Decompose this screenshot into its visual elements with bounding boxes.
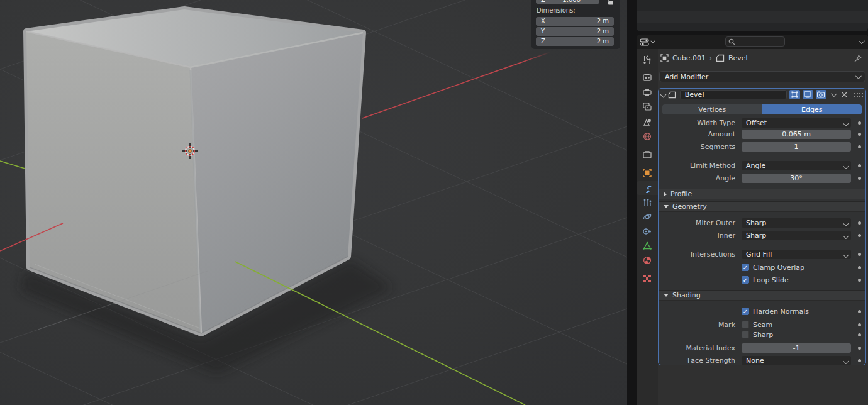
tab-object-data[interactable] — [637, 239, 658, 253]
tab-collection[interactable] — [637, 148, 658, 162]
bevel-modifier-panel: Bevel — [658, 88, 866, 365]
tab-view-layer[interactable] — [637, 100, 658, 114]
3d-viewport[interactable]: Z 1.000 Dimensions: X 2 m Y 2 m Z 2 m — [0, 0, 627, 405]
keyframe-decorator[interactable] — [858, 347, 861, 350]
face-strength-label: Face Strength — [659, 357, 735, 365]
angle-field[interactable]: 30° — [742, 174, 851, 183]
intersections-dropdown[interactable]: Grid Fill — [742, 250, 851, 259]
filter-chevron-icon[interactable] — [859, 38, 865, 44]
loop-slide-row: ✓ Loop Slide — [659, 275, 865, 285]
keyframe-decorator[interactable] — [858, 323, 861, 326]
tab-render[interactable] — [637, 70, 658, 84]
dim-x-label: X — [541, 18, 545, 25]
breadcrumb-object[interactable]: Cube.001 — [672, 54, 706, 62]
limit-method-dropdown[interactable]: Angle — [742, 161, 851, 170]
mark-label: Mark — [659, 321, 735, 329]
close-icon[interactable] — [840, 90, 849, 99]
width-type-dropdown[interactable]: Offset — [742, 118, 851, 128]
drag-handle-icon[interactable] — [854, 92, 863, 97]
tab-world[interactable] — [637, 130, 658, 143]
render-display-toggle[interactable] — [816, 90, 826, 99]
pin-icon[interactable] — [854, 53, 862, 65]
scale-z-value: 1.000 — [562, 0, 581, 3]
limit-method-row: Limit Method Angle — [659, 161, 865, 170]
segments-field[interactable]: 1 — [742, 142, 851, 152]
properties-editor-icon — [640, 38, 650, 47]
scale-z-field[interactable]: Z 1.000 — [536, 0, 599, 4]
material-index-label: Material Index — [659, 344, 735, 352]
modifier-name-field[interactable]: Bevel — [680, 90, 787, 99]
affect-segmented-control: Vertices Edges — [662, 104, 862, 114]
tab-constraints[interactable] — [637, 225, 658, 238]
mark-sharp-checkbox[interactable]: ✓ — [742, 331, 749, 338]
amount-field[interactable]: 0.065 m — [742, 130, 851, 139]
dim-y-label: Y — [541, 28, 545, 35]
profile-section-header[interactable]: Profile — [659, 189, 865, 199]
keyframe-decorator[interactable] — [858, 221, 861, 225]
shading-section-header[interactable]: Shading — [659, 290, 865, 301]
keyframe-decorator[interactable] — [858, 266, 861, 269]
keyframe-decorator[interactable] — [858, 145, 861, 148]
outliner-editor[interactable] — [637, 0, 868, 31]
lock-icon[interactable] — [608, 0, 614, 6]
modifier-extras-chevron[interactable] — [829, 90, 838, 99]
tab-output[interactable] — [637, 86, 658, 99]
tab-tool[interactable] — [637, 53, 658, 67]
harden-normals-label: Harden Normals — [753, 308, 809, 316]
miter-outer-label: Miter Outer — [659, 219, 735, 227]
scale-z-axis-label: Z — [541, 0, 545, 3]
breadcrumb: Cube.001 › Bevel — [660, 52, 748, 64]
keyframe-decorator[interactable] — [858, 121, 861, 125]
harden-normals-checkbox[interactable]: ✓ — [742, 308, 749, 315]
keyframe-decorator[interactable] — [858, 359, 861, 362]
keyframe-decorator[interactable] — [858, 164, 861, 167]
loop-slide-checkbox[interactable]: ✓ — [742, 276, 749, 284]
intersections-row: Intersections Grid Fill — [659, 250, 865, 259]
loop-slide-label: Loop Slide — [753, 276, 789, 284]
properties-header — [637, 35, 868, 49]
tab-particles[interactable] — [637, 196, 658, 209]
dimension-x-field[interactable]: X 2 m — [536, 17, 614, 26]
breadcrumb-modifier[interactable]: Bevel — [728, 54, 748, 62]
chevron-down-icon — [855, 73, 862, 79]
clamp-overlap-checkbox[interactable]: ✓ — [742, 264, 749, 271]
miter-inner-dropdown[interactable]: Sharp — [742, 231, 851, 240]
material-index-row: Material Index -1 — [659, 343, 865, 353]
affect-vertices-button[interactable]: Vertices — [662, 104, 762, 114]
keyframe-decorator[interactable] — [858, 333, 861, 336]
dim-x-value: 2 m — [597, 18, 609, 25]
outliner-row — [637, 11, 868, 23]
tab-texture[interactable] — [637, 272, 658, 286]
search-box[interactable] — [725, 36, 785, 47]
search-input[interactable] — [735, 38, 779, 45]
keyframe-decorator[interactable] — [858, 279, 861, 282]
face-strength-dropdown[interactable]: None — [742, 356, 851, 365]
keyframe-decorator[interactable] — [858, 234, 861, 237]
tab-modifiers[interactable] — [637, 181, 658, 195]
miter-outer-dropdown[interactable]: Sharp — [742, 218, 851, 228]
affect-edges-button[interactable]: Edges — [762, 104, 862, 114]
realtime-display-toggle[interactable] — [803, 90, 813, 99]
limit-method-label: Limit Method — [659, 162, 735, 170]
tab-object[interactable] — [637, 166, 658, 180]
edit-mode-display-toggle[interactable] — [789, 90, 800, 99]
panel-expand-chevron[interactable] — [660, 92, 667, 98]
dimension-z-field[interactable]: Z 2 m — [536, 37, 614, 46]
tab-physics[interactable] — [637, 210, 658, 224]
keyframe-decorator[interactable] — [858, 133, 861, 136]
keyframe-decorator[interactable] — [858, 177, 861, 180]
editor-type-button[interactable] — [640, 36, 659, 47]
dimension-y-field[interactable]: Y 2 m — [536, 27, 614, 36]
keyframe-decorator[interactable] — [858, 310, 861, 313]
material-index-field[interactable]: -1 — [742, 343, 851, 353]
mark-seam-checkbox[interactable]: ✓ — [742, 321, 749, 328]
geometry-section-header[interactable]: Geometry — [659, 201, 865, 212]
mark-sharp-label: Sharp — [753, 331, 773, 339]
keyframe-decorator[interactable] — [858, 253, 861, 256]
tab-scene[interactable] — [637, 115, 658, 129]
geometry-section-label: Geometry — [672, 203, 707, 211]
tab-material[interactable] — [637, 253, 658, 267]
mark-seam-row: Mark ✓ Seam — [659, 320, 865, 330]
add-modifier-button[interactable]: Add Modifier — [659, 71, 865, 82]
bevel-modifier-icon — [716, 54, 725, 62]
